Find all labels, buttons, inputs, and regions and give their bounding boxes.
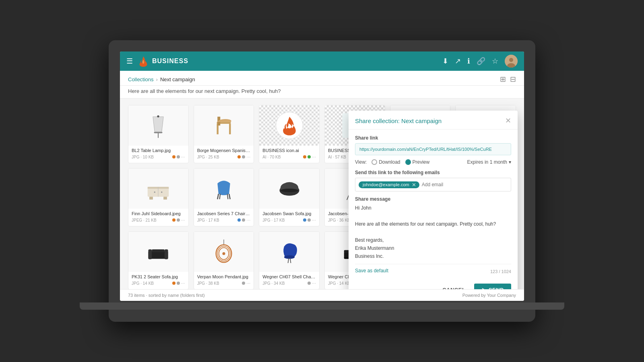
grid-item-type: JPG · 36 KB xyxy=(328,218,350,222)
grid-item-meta: AI · 70 KB··· xyxy=(262,154,316,160)
grid-item-name: Wegner CH07 Shell Chair.jp... xyxy=(262,274,316,279)
message-box[interactable]: Hi John Here are all the elements for ou… xyxy=(355,204,511,260)
view-label: View: xyxy=(355,159,367,165)
grid-item-type: JPG · 10 KB xyxy=(132,155,154,159)
svg-point-6 xyxy=(157,115,159,117)
more-icon[interactable]: ··· xyxy=(312,217,316,223)
svg-rect-40 xyxy=(149,249,152,259)
grid-item-meta: JPG · 34 KB··· xyxy=(262,280,316,286)
powered-by: Powered by Your Company xyxy=(462,293,516,298)
grid-item-type: AI · 57 KB xyxy=(328,155,346,159)
app: ☰ BUSINESS ⬇ ↗ ℹ 🔗 ☆ xyxy=(120,51,524,301)
view-options: View: Download Preview Expires in 1 mont… xyxy=(355,159,511,165)
svg-rect-27 xyxy=(149,197,153,200)
status-dot xyxy=(242,155,245,158)
message-line-6: Erika Mustermann xyxy=(355,245,511,252)
status-dot xyxy=(242,282,245,285)
grid-item-type: JPG · 14 KB xyxy=(132,281,154,286)
email-tags-container[interactable]: johndoe@example.com ✕ xyxy=(355,178,511,191)
divider xyxy=(355,264,511,264)
grid-item-type: AI · 70 KB xyxy=(262,155,281,159)
share-dialog: Share collection: Next campaign ✕ Share … xyxy=(349,111,518,289)
flame-icon xyxy=(138,56,149,67)
svg-point-1 xyxy=(509,58,513,62)
grid-item[interactable]: Borge Mogensen Spanish Ch...JPG · 25 KB·… xyxy=(194,105,254,163)
more-icon[interactable]: ··· xyxy=(246,217,250,223)
grid-item[interactable]: PK31 2 Seater Sofa.jpgJPG · 14 KB··· xyxy=(128,231,189,289)
more-icon[interactable]: ··· xyxy=(181,154,185,160)
dialog-title: Share collection: Next campaign xyxy=(355,117,442,124)
link-icon[interactable]: 🔗 xyxy=(477,57,485,66)
more-icon[interactable]: ··· xyxy=(181,217,185,223)
dialog-footer: CANCEL ➤ SEND xyxy=(349,280,518,289)
grid-item-meta: JPG · 17 KB··· xyxy=(197,217,251,223)
download-label: Download xyxy=(379,159,400,165)
grid-item-meta: JPEG · 21 KB··· xyxy=(132,217,185,223)
grid-item-type: JPEG · 21 KB xyxy=(132,218,157,222)
svg-line-49 xyxy=(288,258,289,263)
more-icon[interactable]: ··· xyxy=(312,154,316,160)
menu-icon[interactable]: ☰ xyxy=(126,57,133,66)
footer: 73 items · sorted by name (folders first… xyxy=(120,289,524,301)
collection-description: Here are all the elements for our next c… xyxy=(120,86,524,99)
svg-rect-41 xyxy=(165,249,168,259)
status-dot xyxy=(172,218,175,222)
grid-item-type: JPG · 17 KB xyxy=(262,218,285,222)
grid-item[interactable]: Jacobsen Series 7 Chair · M...JPG · 17 K… xyxy=(194,168,254,226)
send-button[interactable]: ➤ SEND xyxy=(474,284,511,289)
header-actions: ⬇ ↗ ℹ 🔗 ☆ xyxy=(442,55,518,68)
star-icon[interactable]: ☆ xyxy=(492,57,498,66)
more-icon[interactable]: ··· xyxy=(181,280,185,286)
list-view-icon[interactable]: ⊞ xyxy=(500,75,506,84)
email-tag-text: johndoe@example.com xyxy=(363,182,409,187)
grid-item-meta: JPG · 25 KB··· xyxy=(197,154,251,160)
preview-radio[interactable] xyxy=(405,159,411,165)
cursor-icon[interactable]: ↗ xyxy=(455,57,461,66)
download-radio-group[interactable]: Download xyxy=(372,159,400,165)
status-dot xyxy=(177,155,180,158)
grid-item-name: Jacobsen Swan Sofa.jpg xyxy=(262,211,316,216)
message-section: Share message Hi John Here are all the e… xyxy=(355,196,511,260)
share-message-label: Share message xyxy=(355,196,511,202)
grid-item[interactable]: BL2 Table Lamp.jpgJPG · 10 KB··· xyxy=(128,105,189,163)
more-icon[interactable]: ··· xyxy=(246,154,250,160)
svg-point-48 xyxy=(284,255,295,259)
grid-view-icon[interactable]: ⊟ xyxy=(510,75,516,84)
grid-item-name: BL2 Table Lamp.jpg xyxy=(132,148,185,153)
grid-item[interactable]: Jacobsen Swan Sofa.jpgJPG · 17 KB··· xyxy=(259,168,320,226)
grid-item[interactable]: BUSINESS icon.aiAI · 70 KB··· xyxy=(259,105,320,163)
svg-rect-42 xyxy=(152,249,165,252)
dialog-header: Share collection: Next campaign ✕ xyxy=(349,111,518,130)
chevron-down-icon: ▾ xyxy=(509,159,511,165)
more-icon[interactable]: ··· xyxy=(246,280,250,286)
grid-item[interactable]: Finn Juhl Sideboard.jpegJPEG · 21 KB··· xyxy=(128,168,189,226)
grid-item[interactable]: Wegner CH07 Shell Chair.jp...JPG · 34 KB… xyxy=(259,231,320,289)
save-default-link[interactable]: Save as default xyxy=(355,268,388,274)
items-info: 73 items · sorted by name (folders first… xyxy=(128,293,205,298)
expires-dropdown[interactable]: Expires in 1 month ▾ xyxy=(467,159,511,165)
share-link-url[interactable]: https://yourdomain.com/aN/EnCryPTed/URL/… xyxy=(355,143,511,155)
grid-item-name: PK31 2 Seater Sofa.jpg xyxy=(132,274,185,279)
svg-point-26 xyxy=(161,191,163,193)
download-icon[interactable]: ⬇ xyxy=(442,57,448,66)
cancel-button[interactable]: CANCEL xyxy=(438,284,470,289)
breadcrumb-separator: › xyxy=(156,76,158,82)
email-tag-remove[interactable]: ✕ xyxy=(412,182,416,187)
grid-item-meta: JPG · 14 KB··· xyxy=(132,280,185,286)
status-dot xyxy=(308,282,311,285)
info-icon[interactable]: ℹ xyxy=(467,57,470,66)
laptop-screen: ☰ BUSINESS ⬇ ↗ ℹ 🔗 ☆ xyxy=(120,51,524,301)
svg-line-50 xyxy=(290,258,291,263)
more-icon[interactable]: ··· xyxy=(312,280,316,286)
preview-label: Preview xyxy=(413,159,430,165)
svg-point-25 xyxy=(154,191,156,193)
dialog-close-button[interactable]: ✕ xyxy=(505,117,511,124)
laptop-base xyxy=(80,302,565,310)
grid-item-meta: JPG · 38 KB··· xyxy=(197,280,251,286)
user-avatar[interactable] xyxy=(505,55,518,68)
breadcrumb-parent[interactable]: Collections xyxy=(128,76,154,82)
download-radio[interactable] xyxy=(372,159,377,165)
preview-radio-group[interactable]: Preview xyxy=(405,159,430,165)
grid-item[interactable]: Verpan Moon Pendant.jpgJPG · 38 KB··· xyxy=(194,231,254,289)
email-input[interactable] xyxy=(422,182,482,187)
